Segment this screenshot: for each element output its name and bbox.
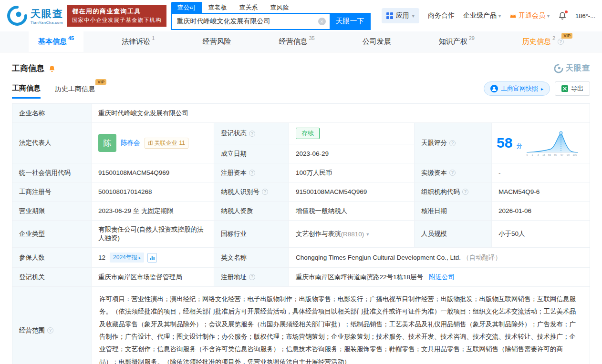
annual-report-label: 2024年报 <box>113 253 137 262</box>
clear-search-icon[interactable]: × <box>318 18 326 25</box>
search-tab-risk[interactable]: 查风险 <box>264 2 295 13</box>
nav-enterprise-products-label: 企业级产品 <box>463 11 497 20</box>
nav-business-cooperation-label: 商务合作 <box>428 11 455 20</box>
tianyancha-logo[interactable]: 天眼查 TianYanCha.com <box>7 5 63 26</box>
score-label: 天眼评分 <box>414 123 491 163</box>
legal-rep-name-link[interactable]: 陈春会 <box>121 139 140 147</box>
business-info-table: 企业名称 重庆时代峰峻文化发展有限公司 法定代表人 陈 陈春会 关联企业 <box>12 103 590 364</box>
legal-rep-cell: 陈 陈春会 关联企业 11 <box>91 123 214 163</box>
insured-trend-icon[interactable] <box>147 253 157 263</box>
search-tab-relation[interactable]: 查关系 <box>233 2 264 13</box>
address-label: 注册地址 <box>214 268 289 286</box>
logo-text: 天眼查 TianYanCha.com <box>31 7 63 25</box>
official-snapshot-label: 工商官网快照 <box>501 84 538 93</box>
score-distribution-chart: 0 1 3 15 55 65 97 99 100 <box>526 130 579 156</box>
watermark-logo: 天眼查 <box>554 63 590 73</box>
tab-basic-info-count: 45 <box>68 35 74 41</box>
tab-intellectual-property-count: 29 <box>469 35 475 41</box>
notifications-bell[interactable] <box>558 11 567 20</box>
paid-capital-value: - <box>491 163 590 182</box>
taxpayer-quality-label: 纳税人资质 <box>214 202 289 220</box>
arrow-right-icon: ▸ <box>541 86 543 91</box>
section-header: 工商信息 天眼查 <box>0 63 602 74</box>
nav-join-vip[interactable]: 开通会员 ▾ <box>509 11 550 20</box>
tab-history-info[interactable]: VIP 历史信息 2 <box>513 31 573 52</box>
tianyancha-company-page: 天眼查 TianYanCha.com 都在用的商业查询工具 国家中小企业发展子基… <box>0 0 602 364</box>
help-icon[interactable] <box>449 170 456 176</box>
apps-menu[interactable]: 应用 ▾ <box>382 8 419 23</box>
official-snapshot-button[interactable]: 工商官网快照 ▸ <box>484 81 550 96</box>
status-badge: 存续 <box>296 128 320 139</box>
nav-enterprise-products[interactable]: 企业级产品 ▾ <box>463 11 501 20</box>
help-icon[interactable] <box>462 189 468 195</box>
search-tab-boss[interactable]: 查老板 <box>202 2 233 13</box>
search-box: × 天眼一下 <box>171 13 371 30</box>
legal-rep-avatar[interactable]: 陈 <box>98 134 116 152</box>
staff-size-value: 小于50人 <box>491 221 590 247</box>
snapshot-icon <box>490 85 498 92</box>
table-row: 统一社会信用代码 91500108MACM54Q969 注册资本 100万人民币… <box>12 163 590 182</box>
reg-status-value: 存续 <box>289 123 414 144</box>
promo-line-2: 国家中小企业发展子基金旗下机构 <box>72 16 162 24</box>
help-icon[interactable] <box>249 274 255 280</box>
tab-basic-info[interactable]: 基本信息 45 <box>29 31 83 52</box>
approve-date-label: 核准日期 <box>414 202 491 220</box>
help-icon[interactable] <box>262 189 268 195</box>
help-icon[interactable] <box>558 39 564 45</box>
tab-legal-lawsuits-label: 法律诉讼 <box>122 37 150 46</box>
apps-label: 应用 <box>396 11 409 20</box>
nearby-companies-link[interactable]: 附近公司 <box>429 273 455 282</box>
tab-basic-info-label: 基本信息 <box>38 37 67 46</box>
svg-text:99: 99 <box>567 153 570 156</box>
nav-business-cooperation[interactable]: 商务合作 <box>428 11 455 20</box>
promo-banner: 都在用的商业查询工具 国家中小企业发展子基金旗下机构 <box>67 5 166 27</box>
credit-code-label: 统一社会信用代码 <box>12 163 91 182</box>
auto-translate-note: （自动翻译） <box>463 253 501 262</box>
table-row: 登记机关 重庆市南岸区市场监督管理局 注册地址 重庆市南岸区南坪街道南滨路22号… <box>12 267 590 286</box>
approve-date-value: 2026-01-06 <box>491 202 590 220</box>
temperature-indicator[interactable]: 186°-... <box>575 12 595 20</box>
export-button[interactable]: 导出 <box>555 81 590 96</box>
tab-history-info-label: 历史信息 <box>522 37 551 46</box>
tab-intellectual-property-label: 知识产权 <box>439 37 467 46</box>
help-icon[interactable] <box>249 131 255 137</box>
search-tab-company[interactable]: 查公司 <box>171 2 202 13</box>
insured-count-label: 参保人数 <box>12 248 91 267</box>
table-row: 登记状态 存续 <box>214 123 414 144</box>
reg-number-value: 500108017014268 <box>91 182 214 201</box>
help-icon[interactable] <box>47 327 53 334</box>
related-companies-badge[interactable]: 关联企业 11 <box>145 138 188 149</box>
related-companies-label: 关联企业 <box>155 139 177 147</box>
tab-operating-risk[interactable]: 经营风险 <box>193 31 240 52</box>
reg-authority-value: 重庆市南岸区市场监督管理局 <box>91 268 214 286</box>
tab-company-development[interactable]: 公司发展 <box>353 31 401 52</box>
crown-icon <box>509 13 517 19</box>
industry-label: 国标行业 <box>214 221 289 247</box>
search-input[interactable] <box>172 18 318 25</box>
status-date-column: 登记状态 存续 成立日期 2023-06-29 <box>214 123 414 163</box>
tab-legal-lawsuits[interactable]: 法律诉讼 1 <box>112 31 164 52</box>
chevron-down-icon[interactable]: ▾ <box>366 232 369 237</box>
tab-operating-info[interactable]: 经营信息 35 <box>269 31 324 52</box>
related-companies-count: 11 <box>179 140 185 146</box>
table-row: 营业期限 2023-06-29 至 无固定期限 纳税人资质 增值税一般纳税人 核… <box>12 201 590 220</box>
subtab-history-label: 历史工商信息 <box>55 85 95 92</box>
taxpayer-quality-value: 增值税一般纳税人 <box>289 202 414 220</box>
annual-report-badge[interactable]: 2024年报 ▸ <box>110 253 144 263</box>
industry-value: 文艺创作与表演 (R8810) ▾ <box>289 221 414 247</box>
tab-intellectual-property[interactable]: 知识产权 29 <box>429 31 484 52</box>
help-icon[interactable] <box>449 140 456 146</box>
subtab-business-info[interactable]: 工商信息 <box>12 84 41 99</box>
business-scope-value: 许可项目：营业性演出；演出经纪；网络文化经营；电子出版物制作；出版物零售；电影发… <box>91 287 590 364</box>
tab-operating-info-label: 经营信息 <box>279 37 307 46</box>
subtab-history-business-info[interactable]: VIP 历史工商信息 <box>55 85 95 99</box>
help-icon[interactable] <box>249 170 255 176</box>
table-row: 企业名称 重庆时代峰峻文化发展有限公司 <box>12 104 590 122</box>
table-row: 企业类型 有限责任公司(自然人投资或控股的法人独资) 国标行业 文艺创作与表演 … <box>12 220 590 247</box>
reg-status-label: 登记状态 <box>214 123 289 144</box>
tianyancha-logo-icon <box>554 64 563 73</box>
subscribe-bell-icon[interactable] <box>48 65 56 72</box>
chevron-down-icon: ▾ <box>412 13 415 19</box>
notification-dot <box>565 10 568 13</box>
search-button[interactable]: 天眼一下 <box>330 13 371 30</box>
